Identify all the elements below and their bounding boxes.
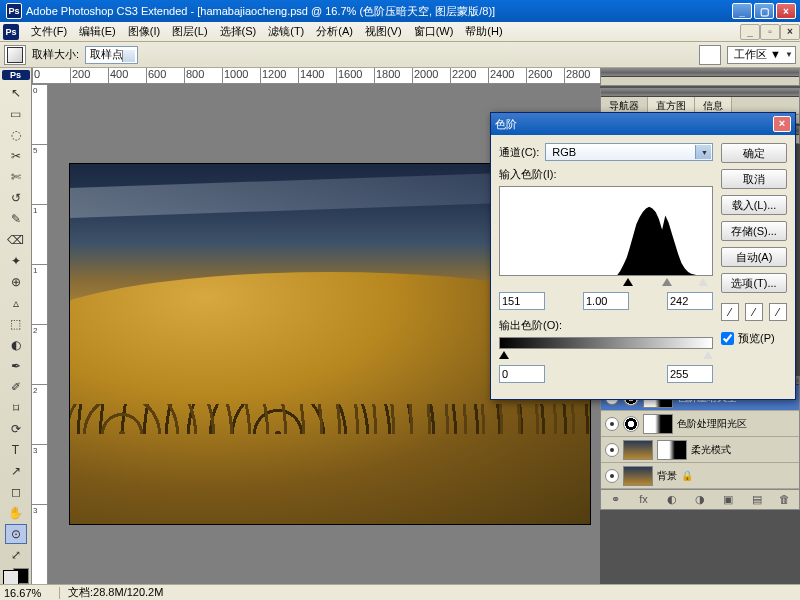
menu-6[interactable]: 分析(A): [310, 23, 359, 39]
trash-icon[interactable]: 🗑: [777, 493, 793, 507]
folder-icon[interactable]: ▣: [720, 493, 736, 507]
menu-4[interactable]: 选择(S): [214, 23, 263, 39]
tool-20[interactable]: ✋: [5, 503, 27, 523]
tool-18[interactable]: ↗: [5, 461, 27, 481]
dialog-close-button[interactable]: ×: [773, 116, 791, 132]
input-gamma-field[interactable]: [583, 292, 629, 310]
visibility-icon[interactable]: [605, 443, 619, 457]
layer-mask-thumb[interactable]: [643, 414, 673, 434]
tool-17[interactable]: T: [5, 440, 27, 460]
doc-restore-button[interactable]: ▫: [760, 24, 780, 40]
layer-thumb[interactable]: [623, 440, 653, 460]
menu-9[interactable]: 帮助(H): [459, 23, 508, 39]
workspace-select[interactable]: 工作区 ▼: [727, 46, 796, 64]
tool-12[interactable]: ◐: [5, 335, 27, 355]
menu-5[interactable]: 滤镜(T): [262, 23, 310, 39]
tool-7[interactable]: ⌫: [5, 230, 27, 250]
channel-select[interactable]: RGB: [545, 143, 713, 161]
output-black-field[interactable]: [499, 365, 545, 383]
menu-8[interactable]: 窗口(W): [408, 23, 460, 39]
document-info[interactable]: 文档:28.8M/120.2M: [60, 585, 171, 600]
black-point-slider[interactable]: [623, 278, 633, 286]
tool-2[interactable]: ◌: [5, 125, 27, 145]
ok-button[interactable]: 确定: [721, 143, 787, 163]
adjustment-icon[interactable]: ◑: [692, 493, 708, 507]
visibility-icon[interactable]: [605, 417, 619, 431]
tool-15[interactable]: ⌑: [5, 398, 27, 418]
window-title: Adobe Photoshop CS3 Extended - [hamabaji…: [26, 4, 732, 19]
gray-eyedropper-icon[interactable]: ⁄: [745, 303, 763, 321]
menu-1[interactable]: 编辑(E): [73, 23, 122, 39]
save-button[interactable]: 存储(S)...: [721, 221, 787, 241]
bridge-button[interactable]: [699, 45, 721, 65]
white-point-slider[interactable]: [698, 278, 708, 286]
horizontal-ruler: 0200400600800100012001400160018002000220…: [32, 68, 600, 84]
layers-footer: ⚭ fx ◐ ◑ ▣ ▤ 🗑: [601, 489, 799, 509]
tool-9[interactable]: ⊕: [5, 272, 27, 292]
zoom-level[interactable]: 16.67%: [0, 587, 60, 599]
menu-7[interactable]: 视图(V): [359, 23, 408, 39]
black-eyedropper-icon[interactable]: ⁄: [721, 303, 739, 321]
mask-icon[interactable]: ◐: [664, 493, 680, 507]
status-bar: 16.67% 文档:28.8M/120.2M: [0, 584, 800, 600]
preview-checkbox-row[interactable]: 预览(P): [721, 331, 787, 346]
close-button[interactable]: ×: [776, 3, 796, 19]
tool-16[interactable]: ⟳: [5, 419, 27, 439]
tool-1[interactable]: ▭: [5, 104, 27, 124]
levels-dialog: 色阶 × 通道(C): RGB 输入色阶(I):: [490, 112, 796, 400]
tool-3[interactable]: ✂: [5, 146, 27, 166]
link-layers-icon[interactable]: ⚭: [607, 493, 623, 507]
layer-name-label: 柔光模式: [691, 443, 731, 457]
menu-3[interactable]: 图层(L): [166, 23, 213, 39]
tool-22[interactable]: ⤢: [5, 545, 27, 565]
layer-mask-thumb[interactable]: [657, 440, 687, 460]
tool-10[interactable]: ▵: [5, 293, 27, 313]
cancel-button[interactable]: 取消: [721, 169, 787, 189]
menu-2[interactable]: 图像(I): [122, 23, 166, 39]
ruler-tick: 1600: [336, 68, 374, 83]
ps-menu-icon[interactable]: Ps: [3, 24, 19, 40]
fx-icon[interactable]: fx: [635, 493, 651, 507]
input-black-field[interactable]: [499, 292, 545, 310]
tool-4[interactable]: ✄: [5, 167, 27, 187]
layer-row[interactable]: 背景🔒: [601, 463, 799, 489]
white-eyedropper-icon[interactable]: ⁄: [769, 303, 787, 321]
tool-0[interactable]: ↖: [5, 83, 27, 103]
color-swatches[interactable]: [3, 570, 29, 584]
doc-close-button[interactable]: ×: [780, 24, 800, 40]
preview-checkbox[interactable]: [721, 332, 734, 345]
layer-row[interactable]: 色阶处理阳光区: [601, 411, 799, 437]
dialog-titlebar[interactable]: 色阶 ×: [491, 113, 795, 135]
auto-button[interactable]: 自动(A): [721, 247, 787, 267]
ruler-tick: 600: [146, 68, 184, 83]
maximize-button[interactable]: ▢: [754, 3, 774, 19]
sample-size-select[interactable]: 取样点: [85, 46, 138, 64]
visibility-icon[interactable]: [605, 469, 619, 483]
output-white-slider[interactable]: [703, 351, 713, 359]
output-black-slider[interactable]: [499, 351, 509, 359]
minimize-button[interactable]: _: [732, 3, 752, 19]
input-white-field[interactable]: [667, 292, 713, 310]
svg-marker-0: [617, 206, 698, 275]
ruler-tick: 2400: [488, 68, 526, 83]
doc-minimize-button[interactable]: _: [740, 24, 760, 40]
workspace-label: 工作区 ▼: [734, 47, 781, 62]
options-button[interactable]: 选项(T)...: [721, 273, 787, 293]
tool-6[interactable]: ✎: [5, 209, 27, 229]
load-button[interactable]: 载入(L)...: [721, 195, 787, 215]
tool-8[interactable]: ✦: [5, 251, 27, 271]
tool-19[interactable]: ◻: [5, 482, 27, 502]
top-panel-collapsed[interactable]: [600, 68, 800, 86]
current-tool-swatch[interactable]: [4, 45, 26, 65]
tool-21[interactable]: ⊙: [5, 524, 27, 544]
tool-14[interactable]: ✐: [5, 377, 27, 397]
new-layer-icon[interactable]: ▤: [749, 493, 765, 507]
tool-13[interactable]: ✒: [5, 356, 27, 376]
tool-5[interactable]: ↺: [5, 188, 27, 208]
layer-row[interactable]: 柔光模式: [601, 437, 799, 463]
tool-11[interactable]: ⬚: [5, 314, 27, 334]
layer-thumb[interactable]: [623, 466, 653, 486]
output-white-field[interactable]: [667, 365, 713, 383]
gamma-slider[interactable]: [662, 278, 672, 286]
menu-0[interactable]: 文件(F): [25, 23, 73, 39]
